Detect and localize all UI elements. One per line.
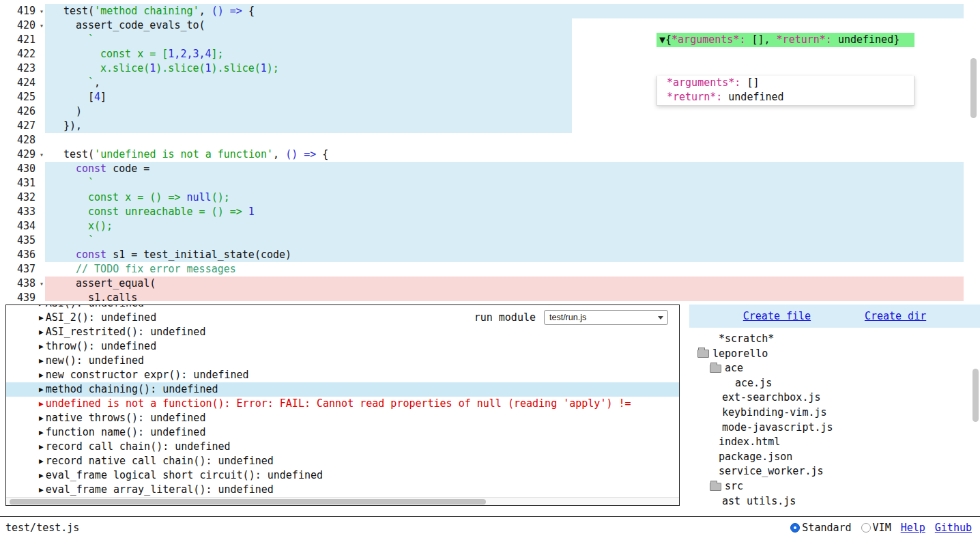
collapse-arrow-icon[interactable]: ▶: [39, 483, 44, 497]
status-link-help[interactable]: Help: [901, 522, 925, 534]
collapse-arrow-icon[interactable]: ▶: [39, 440, 44, 454]
file-name: leporello: [712, 347, 768, 362]
code-line[interactable]: 428: [0, 133, 980, 147]
mode-option-standard[interactable]: Standard: [790, 522, 851, 534]
line-number-text: 425: [17, 91, 35, 103]
test-result-row[interactable]: ▶function name(): undefined: [6, 425, 679, 440]
editor-scrollbar-thumb[interactable]: [970, 58, 977, 118]
file-tree-item[interactable]: mode-javascript.js: [689, 421, 972, 436]
code-line[interactable]: 434x();: [0, 219, 980, 233]
file-tree-item[interactable]: ace.js: [689, 376, 972, 391]
collapse-arrow-icon[interactable]: ▶: [39, 382, 44, 397]
test-result-row[interactable]: ▶eval_frame array_literal(): undefined: [6, 483, 679, 497]
collapse-arrow-icon[interactable]: ▶: [39, 311, 44, 325]
test-result-row[interactable]: ▶undefined is not a function(): Error: F…: [6, 397, 679, 411]
code-token: 4: [94, 91, 100, 103]
test-result-row[interactable]: ▶new(): undefined: [6, 354, 679, 368]
collapse-arrow-icon[interactable]: ▶: [39, 397, 44, 411]
test-result-row[interactable]: ▶ASI_restrited(): undefined: [6, 325, 679, 339]
code-line[interactable]: 433const unreachable = () => 1: [0, 205, 980, 219]
code-line[interactable]: 431`: [0, 176, 980, 190]
file-tree-item[interactable]: leporello: [689, 347, 972, 362]
test-result-row[interactable]: ▶new constructor expr(): undefined: [6, 368, 679, 382]
line-number: 422: [0, 47, 45, 61]
collapse-arrow-icon[interactable]: ▶: [39, 454, 44, 468]
create-dir-link[interactable]: Create dir: [865, 310, 926, 322]
collapse-arrow-icon[interactable]: ▶: [39, 305, 44, 311]
code-text: s1.calls: [51, 291, 137, 301]
file-tree-item[interactable]: src: [689, 479, 972, 494]
fold-marker-icon[interactable]: ▾: [40, 277, 44, 290]
test-result-row[interactable]: ▶eval_frame logical short circuit(): und…: [6, 468, 679, 483]
line-number-text: 421: [17, 33, 35, 46]
file-name: package.json: [719, 450, 792, 465]
collapse-arrow-icon[interactable]: ▶: [39, 468, 44, 483]
file-tree-item[interactable]: ast_utils.js: [689, 494, 972, 507]
collapse-arrow-icon[interactable]: ▶: [39, 368, 44, 382]
create-file-link[interactable]: Create file: [743, 310, 811, 322]
run-module-select[interactable]: test/run.js: [544, 310, 668, 325]
results-scrollbar-thumb[interactable]: [10, 499, 486, 505]
code-text: `: [51, 33, 94, 47]
value-tooltip-header[interactable]: ▼{*arguments*: [], *return*: undefined}: [657, 33, 914, 47]
test-result-label: record call chain(): undefined: [46, 440, 231, 453]
folder-icon: [697, 350, 709, 358]
test-result-row[interactable]: ▶method chaining(): undefined: [6, 382, 679, 397]
fold-marker-icon[interactable]: ▾: [40, 148, 44, 161]
code-text: const code =: [51, 162, 149, 176]
collapse-arrow-icon[interactable]: ▶: [39, 425, 44, 440]
test-result-row[interactable]: ▶native throws(): undefined: [6, 411, 679, 425]
tooltip-value-row[interactable]: *return*: undefined: [667, 90, 911, 104]
collapse-arrow-icon[interactable]: ▶: [39, 325, 44, 339]
run-module-select-wrap: test/run.js: [544, 310, 668, 325]
code-line[interactable]: 429▾test('undefined is not a function', …: [0, 147, 980, 162]
file-tree-item[interactable]: *scratch*: [689, 332, 972, 347]
code-line[interactable]: 436const s1 = test_initial_state(code): [0, 248, 980, 262]
files-scrollbar-thumb[interactable]: [972, 369, 979, 422]
code-line[interactable]: 435`: [0, 233, 980, 248]
fold-marker-icon[interactable]: ▾: [40, 19, 44, 32]
code-token: assert_code_evals_to(: [76, 19, 205, 31]
file-tree-item[interactable]: keybinding-vim.js: [689, 406, 972, 421]
file-tree-item[interactable]: index.html: [689, 435, 972, 450]
code-token: 1: [248, 206, 255, 218]
line-number: 439: [0, 291, 45, 301]
file-tree-item[interactable]: ext-searchbox.js: [689, 391, 972, 406]
file-tree-item[interactable]: package.json: [689, 450, 972, 465]
fold-marker-icon[interactable]: ▾: [40, 5, 44, 18]
code-token: ▼{: [659, 33, 672, 46]
line-number: 431: [0, 176, 45, 190]
test-result-row[interactable]: ▶record native call chain(): undefined: [6, 454, 679, 468]
collapse-arrow-icon[interactable]: ▶: [39, 354, 44, 368]
code-text: x();: [51, 219, 113, 233]
code-line[interactable]: 438▾assert_equal(: [0, 277, 980, 291]
file-name: *scratch*: [719, 332, 774, 347]
radio-icon[interactable]: [790, 523, 800, 533]
keybinding-mode-group: StandardVIM: [790, 522, 891, 534]
code-line[interactable]: 432const x = () => null();: [0, 190, 980, 205]
file-name: keybinding-vim.js: [722, 406, 827, 421]
code-token: {: [322, 148, 328, 160]
mode-option-vim[interactable]: VIM: [861, 522, 891, 534]
line-number: 426: [0, 104, 45, 119]
code-text: const x = [1,2,3,4];: [51, 47, 224, 61]
code-editor[interactable]: 419▾test('method chaining', () => {420▾a…: [0, 0, 980, 301]
collapse-arrow-icon[interactable]: ▶: [39, 339, 44, 354]
file-tree-item[interactable]: ace: [689, 361, 972, 376]
line-number: 428: [0, 133, 45, 147]
code-token: () =>: [212, 5, 248, 17]
code-line[interactable]: 437// TODO fix error messages: [0, 262, 980, 277]
status-link-github[interactable]: Github: [935, 522, 972, 534]
test-result-row[interactable]: ▶throw(): undefined: [6, 339, 679, 354]
file-name: mode-javascript.js: [722, 421, 833, 436]
code-token: // TODO fix error messages: [76, 263, 236, 275]
radio-icon[interactable]: [861, 523, 871, 533]
code-line[interactable]: 430const code =: [0, 162, 980, 176]
file-tree-item[interactable]: service_worker.js: [689, 464, 972, 479]
collapse-arrow-icon[interactable]: ▶: [39, 411, 44, 425]
results-horizontal-scrollbar[interactable]: [6, 497, 679, 505]
test-result-row[interactable]: ▶record call chain(): undefined: [6, 440, 679, 454]
line-number-text: 434: [17, 220, 35, 232]
code-line[interactable]: 439s1.calls: [0, 291, 980, 301]
tooltip-value-row[interactable]: *arguments*: []: [667, 76, 911, 90]
